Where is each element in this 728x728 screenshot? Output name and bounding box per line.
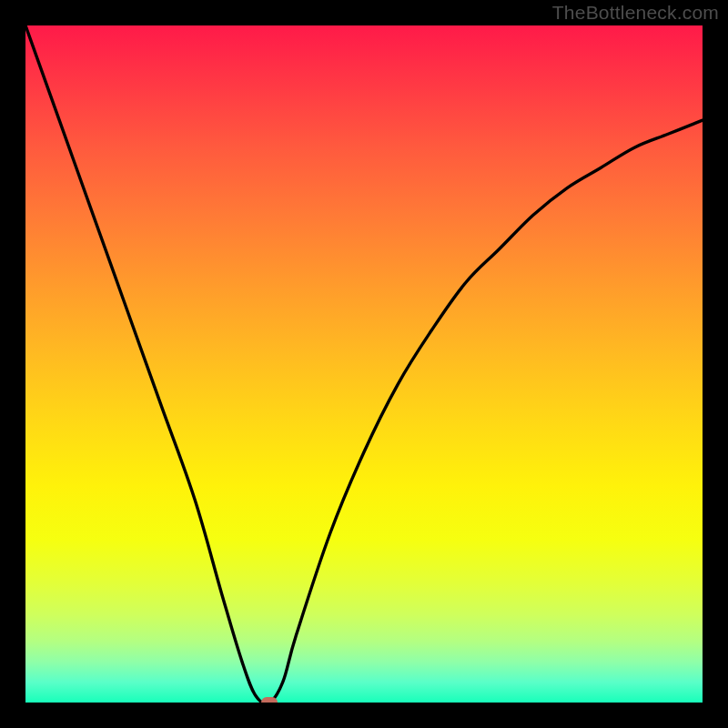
bottleneck-curve — [25, 25, 703, 703]
minimum-marker — [261, 697, 278, 703]
watermark-text: TheBottleneck.com — [552, 2, 719, 24]
plot-area — [25, 25, 703, 703]
chart-frame: TheBottleneck.com — [0, 0, 728, 728]
